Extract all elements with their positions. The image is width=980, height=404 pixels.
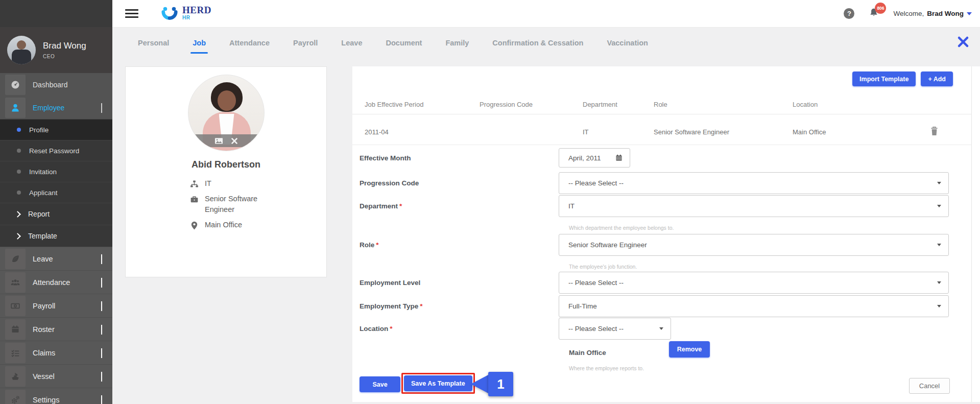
chevron-right-icon	[101, 278, 102, 287]
table-row[interactable]: 2011-04 IT Senior Software Engineer Main…	[352, 120, 972, 144]
add-button[interactable]: + Add	[921, 72, 953, 86]
tab-payroll[interactable]: Payroll	[293, 39, 318, 47]
employment-type-value: Full-Time	[568, 302, 597, 310]
location-select[interactable]: -- Please Select --	[559, 318, 671, 340]
job-history-header: Job Effective Period Progression Code De…	[352, 94, 972, 114]
remove-photo-icon[interactable]	[231, 138, 237, 144]
sidebar-item-report[interactable]: Report	[0, 203, 112, 225]
ship-icon	[5, 366, 26, 387]
annotation-step-badge: 1	[488, 372, 513, 396]
user-menu[interactable]: Welcome, Brad Wong	[893, 10, 972, 17]
sidebar-user-block: Brad Wong CEO	[0, 27, 112, 73]
sidebar-item-leave[interactable]: Leave	[0, 247, 112, 270]
tab-confirmation-cessation[interactable]: Confirmation & Cessation	[492, 39, 583, 47]
tab-job[interactable]: Job	[193, 39, 206, 47]
avatar	[7, 36, 36, 64]
role-select[interactable]: Senior Software Engineer	[559, 234, 949, 256]
role-value: Senior Software Engineer	[568, 241, 647, 249]
job-panel: Import Template + Add Job Effective Peri…	[352, 66, 980, 402]
calendar-icon	[5, 319, 26, 340]
remove-location-button[interactable]: Remove	[669, 341, 710, 358]
caret-down-icon	[937, 205, 941, 207]
sidebar-item-invitation[interactable]: Invitation	[0, 161, 112, 182]
tab-attendance[interactable]: Attendance	[229, 39, 270, 47]
delete-row-button[interactable]	[929, 126, 939, 138]
bullet-icon	[17, 149, 21, 153]
sidebar-item-label: Employee	[33, 104, 64, 112]
employment-level-select[interactable]: -- Please Select --	[559, 272, 949, 294]
brand-logo[interactable]: HERD HR	[161, 5, 211, 22]
cell-role: Senior Software Engineer	[654, 128, 793, 136]
calendar-picker-icon[interactable]	[615, 154, 623, 161]
sidebar-item-applicant[interactable]: Applicant	[0, 182, 112, 203]
notification-badge: 806	[875, 3, 886, 14]
chevron-right-icon	[101, 301, 102, 311]
annotation-highlight-box: Save As Template	[401, 373, 475, 394]
sidebar-item-label: Applicant	[29, 189, 58, 197]
caret-down-icon	[937, 244, 941, 246]
image-icon[interactable]	[214, 137, 223, 145]
user-name: Brad Wong	[43, 41, 86, 51]
herd-smile-icon	[161, 5, 178, 22]
tab-family[interactable]: Family	[445, 39, 469, 47]
save-as-template-button[interactable]: Save As Template	[404, 375, 472, 391]
employee-role-row: Senior Software Engineer	[189, 194, 279, 215]
chevron-right-icon	[101, 348, 102, 358]
tab-personal[interactable]: Personal	[138, 39, 169, 47]
chevron-right-icon	[101, 372, 102, 381]
sidebar-employee-submenu: Profile Reset Password Invitation Applic…	[0, 119, 112, 247]
hamburger-menu-icon[interactable]	[125, 7, 138, 20]
sidebar-item-employee[interactable]: Employee	[0, 96, 112, 119]
field-label-role: Role*	[360, 241, 379, 249]
help-icon[interactable]: ?	[844, 8, 854, 19]
notifications-button[interactable]: 806	[869, 7, 879, 20]
dashboard-icon	[5, 75, 26, 95]
sidebar-item-label: Reset Password	[29, 147, 79, 155]
sidebar-item-claims[interactable]: Claims	[0, 341, 112, 364]
sidebar-item-attendance[interactable]: Attendance	[0, 270, 112, 294]
import-template-button[interactable]: Import Template	[852, 72, 916, 86]
column-header: Job Effective Period	[365, 101, 480, 108]
people-icon	[5, 272, 26, 293]
sidebar-item-dashboard[interactable]: Dashboard	[0, 73, 112, 96]
sidebar-item-label: Profile	[29, 126, 49, 134]
chevron-right-icon	[14, 211, 21, 218]
sidebar-item-template[interactable]: Template	[0, 225, 112, 247]
employment-type-select[interactable]: Full-Time	[559, 295, 949, 317]
progression-code-value: -- Please Select --	[568, 179, 624, 187]
caret-down-icon	[967, 12, 972, 15]
sidebar-item-roster[interactable]: Roster	[0, 317, 112, 341]
annotation-arrow-icon	[471, 374, 489, 394]
sidebar-item-payroll[interactable]: Payroll	[0, 294, 112, 317]
effective-month-input[interactable]: April, 2011	[559, 148, 630, 168]
sidebar: Brad Wong CEO Dashboard Employee Profile…	[0, 0, 112, 404]
department-select[interactable]: IT	[559, 195, 949, 217]
sidebar-item-label: Payroll	[33, 302, 55, 310]
briefcase-icon	[189, 195, 199, 204]
sidebar-item-label: Settings	[33, 396, 59, 404]
sidebar-item-label: Claims	[33, 349, 55, 357]
sidebar-item-vessel[interactable]: Vessel	[0, 364, 112, 388]
avatar-edit-overlay	[188, 134, 264, 147]
chevron-down-icon	[101, 103, 102, 112]
sidebar-item-reset-password[interactable]: Reset Password	[0, 140, 112, 161]
chevron-right-icon	[101, 395, 102, 404]
main-content: Personal Job Attendance Payroll Leave Do…	[112, 27, 980, 404]
cancel-button[interactable]: Cancel	[909, 378, 950, 394]
sidebar-item-profile[interactable]: Profile	[0, 119, 112, 140]
tab-vaccination[interactable]: Vaccination	[607, 39, 648, 47]
progression-code-select[interactable]: -- Please Select --	[559, 172, 949, 194]
location-value: -- Please Select --	[568, 325, 624, 332]
field-label-progression-code: Progression Code	[360, 179, 419, 187]
employee-department-row: IT	[189, 178, 279, 189]
save-button[interactable]: Save	[360, 376, 400, 392]
close-icon[interactable]	[957, 35, 970, 49]
tab-document[interactable]: Document	[386, 39, 422, 47]
sidebar-item-label: Template	[28, 232, 57, 240]
chevron-right-icon	[101, 254, 102, 264]
employee-department: IT	[205, 178, 279, 189]
tab-leave[interactable]: Leave	[341, 39, 362, 47]
sitemap-icon	[189, 179, 199, 189]
sidebar-item-settings[interactable]: Settings	[0, 388, 112, 404]
field-label-employment-type: Employment Type*	[360, 302, 423, 310]
